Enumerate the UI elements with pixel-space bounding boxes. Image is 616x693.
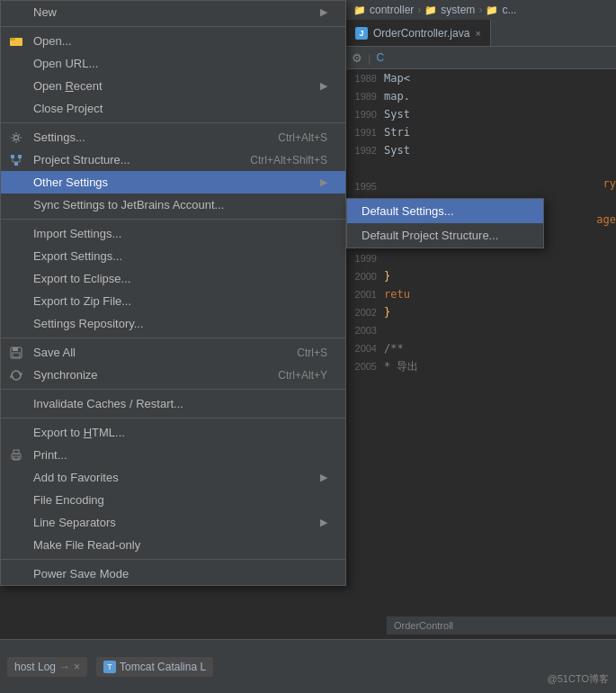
menu-item-power-save[interactable]: Power Save Mode: [1, 562, 345, 585]
breadcrumb-sep2: ›: [478, 4, 482, 16]
menu-item-close-project[interactable]: Close Project: [1, 97, 345, 120]
menu-item-import-settings[interactable]: Import Settings...: [1, 222, 345, 245]
menu-separator-4: [1, 338, 345, 338]
menu-item-export-zip[interactable]: Export to Zip File...: [1, 290, 345, 312]
print-icon: [8, 447, 24, 464]
menu-item-other-settings[interactable]: Other Settings ▶: [1, 171, 345, 194]
svg-point-2: [14, 135, 19, 140]
menu-item-export-settings[interactable]: Export Settings...: [1, 245, 345, 267]
menu-item-synchronize-shortcut: Ctrl+Alt+Y: [278, 369, 327, 382]
code-line-dots: [346, 159, 616, 177]
menu-item-open-recent-arrow: ▶: [320, 80, 327, 92]
code-editor[interactable]: 1988 Map< 1989 map. 1990 Syst 1991 Stri …: [346, 69, 616, 639]
menu-item-line-separators-arrow: ▶: [320, 517, 327, 528]
menu-item-synchronize[interactable]: Synchronize Ctrl+Alt+Y: [1, 364, 345, 386]
settings-icon[interactable]: ⚙: [352, 51, 362, 65]
code-line-2002: 2002 }: [346, 303, 616, 321]
menu-item-new[interactable]: New ▶: [1, 1, 345, 23]
menu-item-new-arrow: ▶: [320, 6, 327, 18]
tomcat-tab[interactable]: T Tomcat Catalina L: [96, 657, 213, 677]
menu-item-invalidate-caches[interactable]: Invalidate Caches / Restart...: [1, 392, 345, 415]
menu-item-save-all-label: Save All: [33, 346, 279, 359]
menu-item-open-recent[interactable]: Open Recent ▶: [1, 75, 345, 97]
menu-item-settings-shortcut: Ctrl+Alt+S: [278, 131, 327, 144]
host-log-label: host Log: [14, 661, 56, 673]
menu-item-other-settings-arrow: ▶: [320, 176, 327, 188]
menu-item-make-read-only[interactable]: Make File Read-only: [1, 534, 345, 556]
menu-item-other-settings-label: Other Settings: [33, 176, 311, 189]
tab-bar: J OrderController.java ×: [346, 20, 616, 47]
breadcrumb-icon: 📁: [353, 4, 366, 16]
menu-item-export-eclipse[interactable]: Export to Eclipse...: [1, 267, 345, 290]
other-settings-submenu: Default Settings... Default Project Stru…: [346, 198, 544, 248]
tomcat-icon: T: [103, 661, 116, 673]
tab-close-button[interactable]: ×: [475, 28, 480, 39]
breadcrumb: 📁 controller › 📁 system › 📁 c...: [346, 0, 616, 20]
file-label: OrderControll: [394, 620, 453, 631]
submenu-default-project-structure-label: Default Project Structure...: [362, 229, 498, 242]
code-line-1995: 1995: [346, 177, 616, 195]
menu-item-project-structure[interactable]: Project Structure... Ctrl+Alt+Shift+S: [1, 148, 345, 171]
menu-item-line-separators-label: Line Separators: [33, 516, 311, 529]
menu-item-file-encoding[interactable]: File Encoding: [1, 489, 345, 511]
submenu-default-settings-label: Default Settings...: [362, 204, 454, 218]
menu-item-export-zip-label: Export to Zip File...: [33, 294, 327, 308]
menu-separator-1: [1, 26, 345, 27]
svg-rect-5: [14, 162, 18, 166]
menu-item-add-favorites[interactable]: Add to Favorites ▶: [1, 466, 345, 489]
menu-item-save-all[interactable]: Save All Ctrl+S: [1, 341, 345, 364]
project-structure-icon: [8, 152, 24, 168]
svg-rect-11: [13, 353, 20, 357]
code-line-2003: 2003: [346, 321, 616, 339]
menu-item-line-separators[interactable]: Line Separators ▶: [1, 511, 345, 534]
host-log-close[interactable]: ×: [74, 661, 80, 673]
menu-item-make-read-only-label: Make File Read-only: [33, 538, 327, 552]
breadcrumb-file[interactable]: c...: [502, 4, 516, 16]
menu-item-add-favorites-arrow: ▶: [320, 472, 327, 483]
code-overflow-age: age: [596, 213, 616, 226]
code-line-2000: 2000 }: [346, 267, 616, 285]
menu-item-export-eclipse-label: Export to Eclipse...: [33, 272, 327, 285]
menu-item-power-save-label: Power Save Mode: [33, 567, 327, 580]
status-bar: OrderControll: [387, 616, 616, 634]
host-log-tab[interactable]: host Log → ×: [7, 657, 87, 677]
menu-item-sync-settings[interactable]: Sync Settings to JetBrains Account...: [1, 194, 345, 216]
code-line-2005: 2005 * 导出: [346, 357, 616, 375]
menu-separator-2: [1, 122, 345, 123]
bottom-toolbar: host Log → × T Tomcat Catalina L @51CTO博…: [0, 639, 616, 693]
menu-item-synchronize-label: Synchronize: [33, 368, 260, 382]
svg-rect-4: [18, 155, 22, 158]
attribution-text: @51CTO博客: [548, 672, 609, 686]
submenu-item-default-project-structure[interactable]: Default Project Structure...: [347, 223, 543, 248]
svg-rect-1: [10, 38, 15, 40]
svg-rect-3: [11, 155, 14, 158]
svg-rect-13: [13, 450, 19, 454]
code-line-2001: 2001 retu: [346, 285, 616, 303]
breadcrumb-controller[interactable]: controller: [370, 4, 414, 16]
tab-order-controller[interactable]: J OrderController.java ×: [346, 20, 491, 46]
menu-item-save-all-shortcut: Ctrl+S: [297, 346, 327, 359]
code-line-1989: 1989 map.: [346, 87, 616, 105]
menu-separator-7: [1, 559, 345, 560]
menu-item-settings-repo[interactable]: Settings Repository...: [1, 312, 345, 335]
tomcat-label: Tomcat Catalina L: [120, 661, 206, 673]
host-log-arrow: →: [59, 661, 70, 673]
svg-rect-10: [13, 347, 18, 351]
menu-item-open[interactable]: Open...: [1, 30, 345, 52]
menu-item-print-label: Print...: [33, 448, 327, 462]
menu-item-export-html[interactable]: Export to HTML...: [1, 421, 345, 444]
code-line-1991: 1991 Stri: [346, 123, 616, 141]
submenu-item-default-settings[interactable]: Default Settings...: [347, 199, 543, 223]
menu-item-print[interactable]: Print...: [1, 444, 345, 466]
toolbar-separator: |: [368, 51, 370, 65]
code-line-1988: 1988 Map<: [346, 69, 616, 87]
menu-item-project-structure-label: Project Structure...: [33, 153, 232, 166]
open-folder-icon: [8, 33, 24, 50]
menu-item-open-url[interactable]: Open URL...: [1, 52, 345, 75]
code-line-1999: 1999: [346, 249, 616, 267]
menu-item-sync-settings-label: Sync Settings to JetBrains Account...: [33, 198, 327, 212]
breadcrumb-system[interactable]: system: [441, 4, 475, 16]
editor-toolbar: ⚙ | C: [346, 47, 616, 69]
breadcrumb-icon2: 📁: [424, 4, 437, 16]
menu-item-settings[interactable]: Settings... Ctrl+Alt+S: [1, 126, 345, 148]
